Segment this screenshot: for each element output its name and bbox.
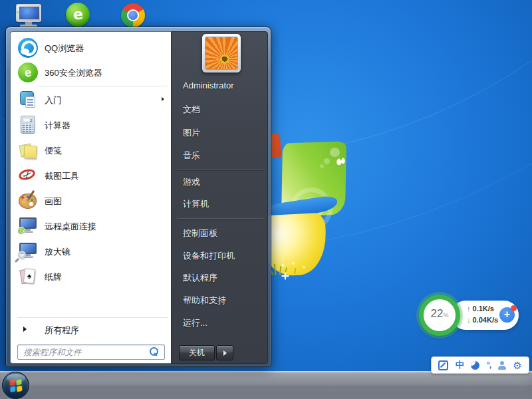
all-programs-button[interactable]: 所有程序 — [13, 320, 170, 340]
menu-item-qq-browser[interactable]: QQ浏览器 — [13, 35, 170, 61]
menu-separator — [177, 218, 263, 219]
wallpaper-sparkle — [291, 261, 295, 265]
ime-fullwidth-moon-icon[interactable] — [471, 361, 479, 370]
menu-item-label: 计算器 — [45, 120, 70, 132]
menu-item-label: 入门 — [45, 94, 62, 106]
menu-item-label: 360安全浏览器 — [45, 67, 102, 79]
wallpaper-bokeh — [320, 164, 324, 168]
usage-percent: 22 — [431, 299, 444, 329]
menu-item-paint[interactable]: 画图 — [13, 188, 170, 213]
solitaire-icon: ♠ — [18, 267, 38, 287]
menu-item-help-and-support[interactable]: 帮助和支持 — [172, 292, 269, 309]
menu-separator — [17, 317, 168, 318]
menu-item-pictures[interactable]: 图片 — [172, 124, 269, 142]
menu-item-label: 远程桌面连接 — [45, 221, 96, 233]
shutdown-options-button[interactable] — [216, 345, 233, 360]
ime-chinese-mode-toggle[interactable]: 中 — [456, 359, 464, 371]
all-programs-arrow-icon — [23, 327, 27, 332]
avatar[interactable] — [202, 34, 241, 72]
wallpaper-sparkle — [303, 266, 306, 269]
windows-logo-icon — [9, 379, 23, 392]
menu-item-games[interactable]: 游戏 — [172, 174, 269, 191]
ime-user-icon[interactable] — [498, 361, 506, 370]
computer-icon — [16, 4, 41, 22]
magnifier-icon — [18, 241, 38, 261]
ime-language-bar: 中 °, ⚙ — [431, 356, 529, 374]
upload-arrow-icon: ↑ — [467, 305, 471, 313]
menu-item-calculator[interactable]: 0 计算器 — [13, 112, 170, 138]
ime-indicator-icon[interactable] — [438, 360, 448, 370]
menu-item-360-browser[interactable]: e 360安全浏览器 — [13, 60, 170, 85]
menu-item-label: 便笺 — [45, 145, 62, 157]
search-icon — [150, 347, 160, 357]
desktop-icon-360-browser[interactable]: e — [66, 3, 92, 29]
qq-browser-icon — [18, 38, 38, 58]
wallpaper-sparkle — [281, 272, 289, 280]
start-menu: QQ浏览器 e 360安全浏览器 入门 0 — [5, 27, 271, 367]
menu-item-snipping-tool[interactable]: ✂ 截图工具 — [13, 163, 170, 188]
avatar-flower-image — [205, 37, 238, 70]
taskbar — [0, 371, 532, 399]
wallpaper-sparkle — [281, 263, 285, 268]
menu-separator — [39, 86, 168, 86]
search-row — [17, 344, 165, 360]
menu-item-label: 纸牌 — [45, 271, 62, 283]
start-menu-left-panel: QQ浏览器 e 360安全浏览器 入门 0 — [10, 31, 171, 364]
wallpaper-flag-yellow-pane — [264, 213, 326, 277]
menu-item-default-programs[interactable]: 默认程序 — [172, 269, 269, 287]
search-input[interactable] — [17, 344, 165, 360]
menu-item-remote-desktop[interactable]: 远程桌面连接 — [13, 213, 170, 239]
menu-item-solitaire[interactable]: ♠ 纸牌 — [13, 264, 170, 289]
menu-item-magnifier[interactable]: 放大镜 — [13, 239, 170, 264]
desktop-icon-chrome[interactable] — [121, 3, 145, 27]
wallpaper-bokeh — [330, 148, 340, 157]
remote-desktop-icon — [18, 216, 38, 236]
shutdown-arrow-icon — [223, 350, 227, 356]
menu-item-sticky-notes[interactable]: 便笺 — [13, 138, 170, 163]
getting-started-icon — [18, 90, 38, 110]
menu-item-getting-started[interactable]: 入门 — [13, 87, 170, 112]
ime-punctuation-toggle[interactable]: °, — [487, 360, 491, 370]
upload-speed: ↑ 0.1K/s — [467, 305, 494, 313]
memory-usage-ball[interactable]: 22% — [419, 295, 460, 336]
menu-item-devices-and-printers[interactable]: 设备和打印机 — [172, 247, 269, 265]
shutdown-button[interactable]: 关机 — [179, 345, 215, 360]
menu-item-documents[interactable]: 文档 — [172, 101, 269, 118]
calculator-icon: 0 — [18, 115, 38, 135]
wallpaper-flag-red-pane — [270, 134, 281, 158]
paint-icon — [18, 191, 38, 211]
snipping-tool-icon: ✂ — [18, 166, 38, 186]
sticky-notes-icon — [18, 140, 38, 160]
download-arrow-icon: ↓ — [467, 316, 471, 324]
menu-item-label: 放大镜 — [45, 246, 70, 258]
wallpaper-bokeh — [324, 158, 330, 164]
menu-item-control-panel[interactable]: 控制面板 — [172, 225, 269, 242]
desktop: e QQ浏览器 e 360安全浏览器 入门 — [0, 0, 532, 399]
submenu-arrow-icon — [162, 97, 164, 101]
user-name: Administrator — [183, 80, 234, 90]
notification-dot — [511, 305, 517, 311]
all-programs-label: 所有程序 — [45, 325, 79, 336]
menu-item-computer[interactable]: 计算机 — [172, 196, 269, 213]
desktop-icon-computer[interactable] — [15, 3, 42, 29]
360-browser-icon: e — [18, 63, 38, 82]
start-button[interactable] — [2, 372, 29, 399]
menu-item-label: 画图 — [45, 196, 62, 207]
menu-item-label: 截图工具 — [45, 170, 79, 182]
menu-item-music[interactable]: 音乐 — [172, 147, 269, 164]
start-menu-right-panel: Administrator 文档 图片 音乐 游戏 计算机 控制面板 设备和打印… — [171, 31, 268, 364]
menu-item-run[interactable]: 运行... — [172, 315, 269, 332]
menu-separator — [177, 170, 263, 170]
download-speed: ↓ 0.04K/s — [467, 316, 498, 324]
360-browser-icon: e — [66, 3, 90, 27]
ime-settings-gear-icon[interactable]: ⚙ — [513, 360, 521, 370]
menu-item-label: QQ浏览器 — [45, 43, 84, 55]
wallpaper-butterfly — [336, 158, 346, 166]
